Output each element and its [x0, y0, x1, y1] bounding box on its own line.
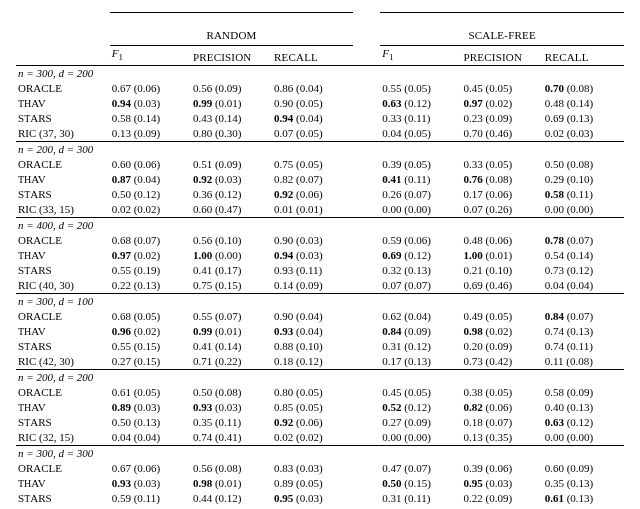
table-row: RIC (42, 30)0.27 (0.15)0.71 (0.22)0.18 (…	[16, 354, 624, 370]
table-row: THAV0.93 (0.03)0.98 (0.01)0.89 (0.05)0.5…	[16, 476, 624, 491]
cell-value: 0.89 (0.03)	[110, 400, 191, 415]
col-recall-left: RECALL	[272, 46, 353, 66]
table-row: RIC (40, 30)0.22 (0.13)0.75 (0.15)0.14 (…	[16, 278, 624, 294]
cell-value: 0.00 (0.00)	[543, 202, 624, 218]
table-row: STARS0.58 (0.14)0.43 (0.14)0.94 (0.04)0.…	[16, 111, 624, 126]
cell-value: 0.38 (0.05)	[462, 385, 543, 400]
row-label: ORACLE	[16, 309, 110, 324]
cell-value: 0.26 (0.07)	[380, 187, 461, 202]
cell-value: 0.80 (0.05)	[272, 385, 353, 400]
cell-value: 0.93 (0.04)	[272, 324, 353, 339]
super-header-row: RANDOM SCALE-FREE	[16, 28, 624, 46]
cell-value: 0.56 (0.08)	[191, 461, 272, 476]
cell-value: 0.98 (0.02)	[462, 324, 543, 339]
row-label: THAV	[16, 476, 110, 491]
cell-value: 0.92 (0.06)	[272, 187, 353, 202]
table-row: STARS0.59 (0.11)0.44 (0.12)0.95 (0.03)0.…	[16, 491, 624, 506]
table-row: RIC (37, 30)0.13 (0.09)0.80 (0.30)0.07 (…	[16, 126, 624, 142]
table-row: THAV0.97 (0.02)1.00 (0.00)0.94 (0.03)0.6…	[16, 248, 624, 263]
table-row: ORACLE0.68 (0.07)0.56 (0.10)0.90 (0.03)0…	[16, 233, 624, 248]
cell-value: 0.43 (0.14)	[191, 111, 272, 126]
cell-value: 0.00 (0.00)	[380, 202, 461, 218]
cell-value: 0.83 (0.03)	[272, 461, 353, 476]
table-row: STARS0.50 (0.13)0.35 (0.11)0.92 (0.06)0.…	[16, 415, 624, 430]
cell-value: 0.58 (0.09)	[543, 385, 624, 400]
cell-value: 0.36 (0.12)	[191, 187, 272, 202]
cell-value: 0.98 (0.01)	[191, 476, 272, 491]
cell-value: 0.63 (0.12)	[543, 415, 624, 430]
cell-value: 0.84 (0.09)	[380, 324, 461, 339]
cell-value: 0.97 (0.02)	[462, 96, 543, 111]
block-title: n = 300, d = 200	[18, 67, 93, 79]
cell-value: 0.62 (0.04)	[380, 309, 461, 324]
cell-value: 0.41 (0.11)	[380, 172, 461, 187]
row-label: RIC (42, 30)	[16, 354, 110, 370]
cell-value: 0.58 (0.14)	[110, 111, 191, 126]
block-title: n = 400, d = 200	[18, 219, 93, 231]
cell-value: 0.18 (0.12)	[272, 354, 353, 370]
cell-value: 0.31 (0.11)	[380, 491, 461, 506]
cell-value: 0.45 (0.05)	[462, 81, 543, 96]
cell-value: 0.60 (0.09)	[543, 461, 624, 476]
row-label: ORACLE	[16, 233, 110, 248]
table-row: STARS0.55 (0.15)0.41 (0.14)0.88 (0.10)0.…	[16, 339, 624, 354]
cell-value: 0.50 (0.08)	[543, 157, 624, 172]
cell-value: 0.60 (0.47)	[191, 202, 272, 218]
cell-value: 0.07 (0.07)	[380, 278, 461, 294]
cell-value: 0.71 (0.22)	[191, 354, 272, 370]
block-title: n = 200, d = 300	[18, 143, 93, 155]
cell-value: 0.04 (0.05)	[380, 126, 461, 142]
cell-value: 0.27 (0.15)	[110, 354, 191, 370]
cell-value: 0.67 (0.06)	[110, 461, 191, 476]
table-row: ORACLE0.67 (0.06)0.56 (0.08)0.83 (0.03)0…	[16, 461, 624, 476]
table-row: RIC (32, 15)0.04 (0.04)0.74 (0.41)0.02 (…	[16, 430, 624, 446]
cell-value: 0.04 (0.04)	[543, 278, 624, 294]
cell-value: 0.73 (0.42)	[462, 354, 543, 370]
cell-value: 0.48 (0.06)	[462, 233, 543, 248]
cell-value: 0.92 (0.06)	[272, 415, 353, 430]
cell-value: 0.55 (0.05)	[380, 81, 461, 96]
row-label: RIC (37, 30)	[16, 126, 110, 142]
cell-value: 0.93 (0.11)	[272, 263, 353, 278]
cell-value: 0.01 (0.01)	[272, 202, 353, 218]
cell-value: 0.94 (0.04)	[272, 111, 353, 126]
cell-value: 0.02 (0.02)	[110, 202, 191, 218]
table-row: ORACLE0.61 (0.05)0.50 (0.08)0.80 (0.05)0…	[16, 385, 624, 400]
cell-value: 0.40 (0.13)	[543, 400, 624, 415]
block-title: n = 300, d = 300	[18, 447, 93, 459]
cell-value: 0.35 (0.11)	[191, 415, 272, 430]
cell-value: 0.99 (0.01)	[191, 96, 272, 111]
cell-value: 0.39 (0.05)	[380, 157, 461, 172]
cell-value: 0.41 (0.14)	[191, 339, 272, 354]
cell-value: 0.52 (0.12)	[380, 400, 461, 415]
cell-value: 0.58 (0.11)	[543, 187, 624, 202]
cell-value: 0.35 (0.13)	[543, 476, 624, 491]
col-f1-right: F1	[380, 46, 461, 66]
cell-value: 0.85 (0.05)	[272, 400, 353, 415]
cell-value: 0.61 (0.13)	[543, 491, 624, 506]
cell-value: 0.07 (0.26)	[462, 202, 543, 218]
cell-value: 0.92 (0.03)	[191, 172, 272, 187]
col-precision-left: PRECISION	[191, 46, 272, 66]
cell-value: 0.50 (0.13)	[110, 415, 191, 430]
cell-value: 0.50 (0.08)	[191, 385, 272, 400]
cell-value: 0.02 (0.03)	[543, 126, 624, 142]
cell-value: 0.59 (0.11)	[110, 491, 191, 506]
table-row: THAV0.89 (0.03)0.93 (0.03)0.85 (0.05)0.5…	[16, 400, 624, 415]
cell-value: 0.82 (0.06)	[462, 400, 543, 415]
row-label: ORACLE	[16, 461, 110, 476]
cell-value: 0.44 (0.12)	[191, 491, 272, 506]
cell-value: 0.95 (0.03)	[462, 476, 543, 491]
block-title-row: n = 300, d = 200	[16, 66, 624, 82]
cell-value: 0.68 (0.05)	[110, 309, 191, 324]
row-label: THAV	[16, 324, 110, 339]
cell-value: 0.93 (0.03)	[191, 400, 272, 415]
col-recall-right: RECALL	[543, 46, 624, 66]
cell-value: 0.78 (0.07)	[543, 233, 624, 248]
cell-value: 0.90 (0.04)	[272, 309, 353, 324]
cell-value: 0.74 (0.41)	[191, 430, 272, 446]
cell-value: 0.63 (0.12)	[380, 96, 461, 111]
row-label: THAV	[16, 400, 110, 415]
row-label: STARS	[16, 491, 110, 506]
cell-value: 0.55 (0.19)	[110, 263, 191, 278]
